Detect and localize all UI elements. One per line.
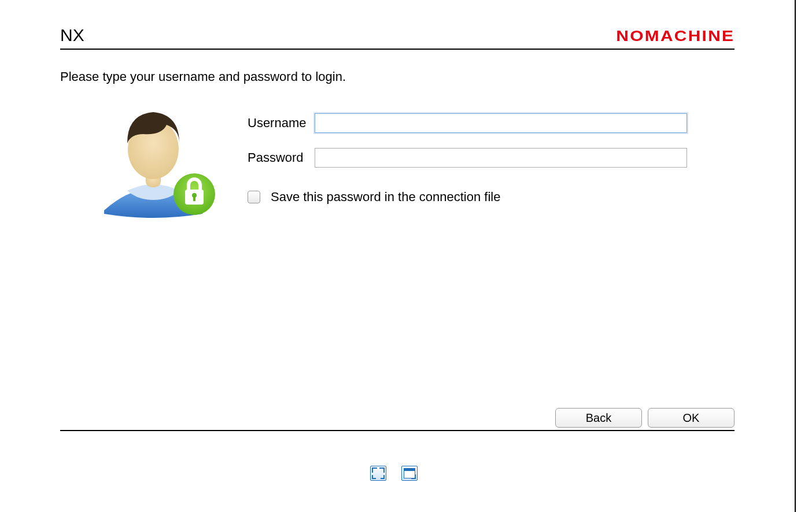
back-button[interactable]: Back	[555, 408, 642, 428]
protocol-title: NX	[60, 25, 84, 45]
username-label: Username	[248, 116, 315, 131]
window-resize-icon[interactable]	[401, 466, 418, 481]
password-row: Password	[248, 148, 687, 168]
fields: Username Password Save this password in …	[248, 113, 687, 205]
button-bar: Back OK	[555, 408, 735, 431]
bottom-toolbar	[370, 466, 418, 481]
save-password-row: Save this password in the connection fil…	[248, 190, 687, 205]
brand-logo: NOMACHINE	[616, 27, 735, 45]
save-password-label: Save this password in the connection fil…	[271, 190, 500, 205]
ok-button[interactable]: OK	[648, 408, 735, 428]
save-password-checkbox[interactable]	[248, 191, 260, 203]
login-window: NX NOMACHINE Please type your username a…	[0, 0, 796, 512]
username-input[interactable]	[315, 113, 687, 133]
instruction-text: Please type your username and password t…	[60, 69, 346, 84]
password-input[interactable]	[315, 148, 687, 168]
password-label: Password	[248, 150, 315, 165]
header: NX NOMACHINE	[60, 25, 735, 50]
user-lock-icon	[93, 109, 220, 218]
footer-divider	[60, 430, 735, 431]
fullscreen-icon[interactable]	[370, 466, 386, 481]
username-row: Username	[248, 113, 687, 133]
svg-rect-5	[193, 195, 195, 201]
